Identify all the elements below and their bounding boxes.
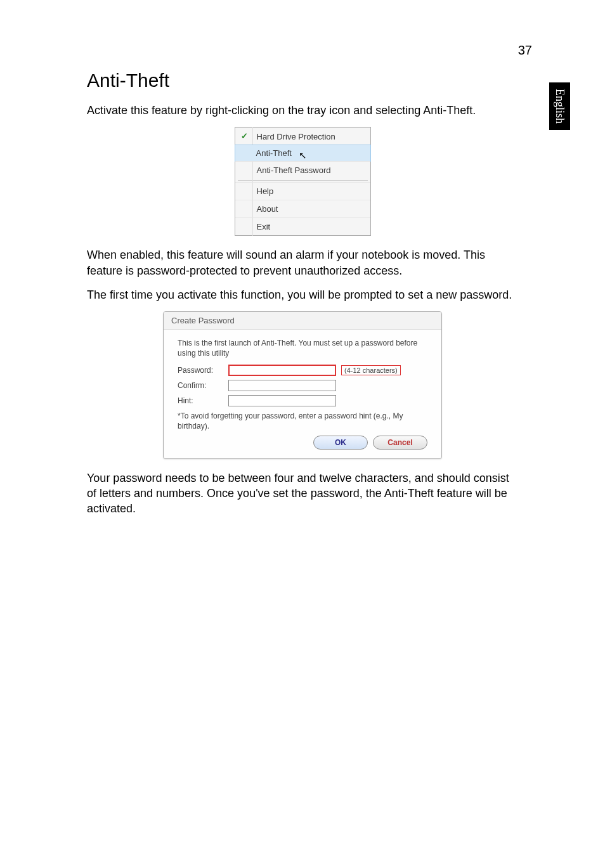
- row-confirm: Confirm:: [178, 380, 427, 391]
- language-tab: English: [549, 82, 570, 130]
- menu-item-at-password[interactable]: Anti-Theft Password: [235, 161, 370, 179]
- menu-item-label: About: [257, 204, 278, 214]
- para-enabled: When enabled, this feature will sound an…: [87, 247, 518, 278]
- dialog-body: This is the first launch of Anti-Theft. …: [164, 330, 441, 458]
- dialog-title: Create Password: [164, 312, 441, 330]
- label-hint: Hint:: [178, 396, 223, 405]
- content-area: Anti-Theft Activate this feature by righ…: [87, 70, 518, 525]
- row-hint: Hint:: [178, 395, 427, 406]
- menu-item-label: Hard Drive Protection: [257, 132, 335, 141]
- menu-item-hdp[interactable]: ✓ Hard Drive Protection: [235, 127, 370, 145]
- password-input[interactable]: [228, 365, 336, 376]
- ok-button[interactable]: OK: [313, 436, 368, 450]
- menu-item-label: Exit: [257, 222, 271, 231]
- menu-item-help[interactable]: Help: [235, 182, 370, 200]
- check-icon: ✓: [241, 131, 248, 141]
- menu-item-label: Help: [257, 186, 274, 196]
- heading-anti-theft: Anti-Theft: [87, 70, 518, 91]
- create-password-dialog: Create Password This is the first launch…: [163, 311, 442, 458]
- button-row: OK Cancel: [178, 436, 427, 450]
- row-password: Password: (4-12 characters): [178, 365, 427, 376]
- menu-item-exit[interactable]: Exit: [235, 217, 370, 235]
- para-password-req: Your password needs to be between four a…: [87, 470, 518, 517]
- para-activate: Activate this feature by right-clicking …: [87, 103, 518, 118]
- label-confirm: Confirm:: [178, 381, 223, 390]
- cancel-button[interactable]: Cancel: [373, 436, 427, 450]
- para-first-time: The first time you activate this functio…: [87, 287, 518, 302]
- page-number: 37: [518, 43, 532, 58]
- cursor-icon: ↖: [299, 150, 307, 161]
- menu-divider: [238, 180, 368, 181]
- hint-input[interactable]: [228, 395, 336, 406]
- password-range: (4-12 characters): [341, 365, 401, 375]
- confirm-input[interactable]: [228, 380, 336, 391]
- dialog-intro: This is the first launch of Anti-Theft. …: [178, 339, 427, 358]
- menu-item-anti-theft[interactable]: Anti-Theft ↖: [235, 145, 371, 162]
- menu-item-label: Anti-Theft Password: [257, 165, 331, 175]
- hint-note: *To avoid forgetting your password, ente…: [178, 411, 427, 431]
- menu-item-label: Anti-Theft: [256, 148, 292, 158]
- label-password: Password:: [178, 366, 223, 375]
- context-menu: ✓ Hard Drive Protection Anti-Theft ↖ Ant…: [235, 127, 371, 236]
- menu-item-about[interactable]: About: [235, 200, 370, 217]
